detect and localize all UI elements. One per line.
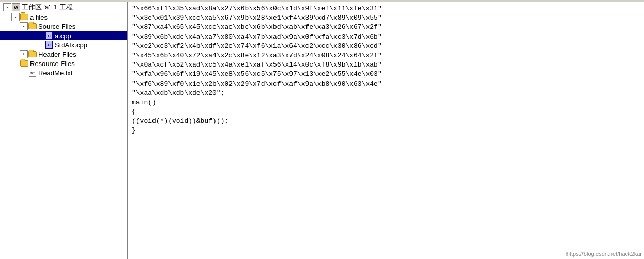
- readme-item[interactable]: txt ReadMe.txt: [0, 68, 127, 77]
- header-files-item[interactable]: Header Files: [0, 50, 127, 59]
- stdafx-toggle: [36, 41, 44, 49]
- resource-files-item[interactable]: Resource Files: [0, 59, 127, 68]
- readme-toggle: [20, 69, 28, 77]
- file-tree-panel[interactable]: W 工作区 'a': 1 工程 a files Source Files: [0, 2, 128, 259]
- readme-label: ReadMe.txt: [38, 69, 72, 77]
- workspace-icon: W: [12, 3, 20, 11]
- workspace-toggle[interactable]: [3, 3, 11, 11]
- headerfiles-folder-icon: [28, 50, 37, 58]
- resourcefiles-folder-icon: [20, 59, 28, 68]
- stdafx-icon: C: [45, 41, 53, 49]
- acpp-toggle: [36, 31, 44, 40]
- workspace-label: 工作区 'a': 1 工程: [22, 3, 73, 12]
- stdafx-label: StdAfx.cpp: [55, 41, 87, 49]
- headerfiles-label: Header Files: [38, 51, 76, 58]
- watermark: https://blog.csdn.net/hack2kar: [566, 251, 642, 257]
- headerfiles-toggle[interactable]: [20, 50, 28, 58]
- afiles-toggle[interactable]: [11, 13, 20, 21]
- a-files-item[interactable]: a files: [0, 12, 127, 22]
- sourcefiles-label: Source Files: [38, 23, 75, 30]
- source-files-item[interactable]: Source Files: [0, 22, 127, 31]
- afiles-folder-icon: [20, 13, 28, 21]
- acpp-label: a.cpp: [55, 32, 71, 40]
- sourcefiles-folder-icon: [28, 22, 37, 30]
- resourcefiles-toggle: [11, 59, 20, 68]
- acpp-icon: C: [45, 31, 53, 40]
- resourcefiles-label: Resource Files: [30, 60, 75, 68]
- workspace-root[interactable]: W 工作区 'a': 1 工程: [0, 2, 127, 12]
- afiles-label: a files: [30, 13, 48, 21]
- acpp-item[interactable]: C a.cpp: [0, 31, 127, 40]
- readme-icon: txt: [28, 69, 37, 77]
- sourcefiles-toggle[interactable]: [20, 22, 28, 30]
- code-editor[interactable]: "\x66\xf1\x35\xad\x8a\x27\x6b\x56\x0c\x1…: [128, 2, 644, 259]
- stdafx-item[interactable]: C StdAfx.cpp: [0, 40, 127, 50]
